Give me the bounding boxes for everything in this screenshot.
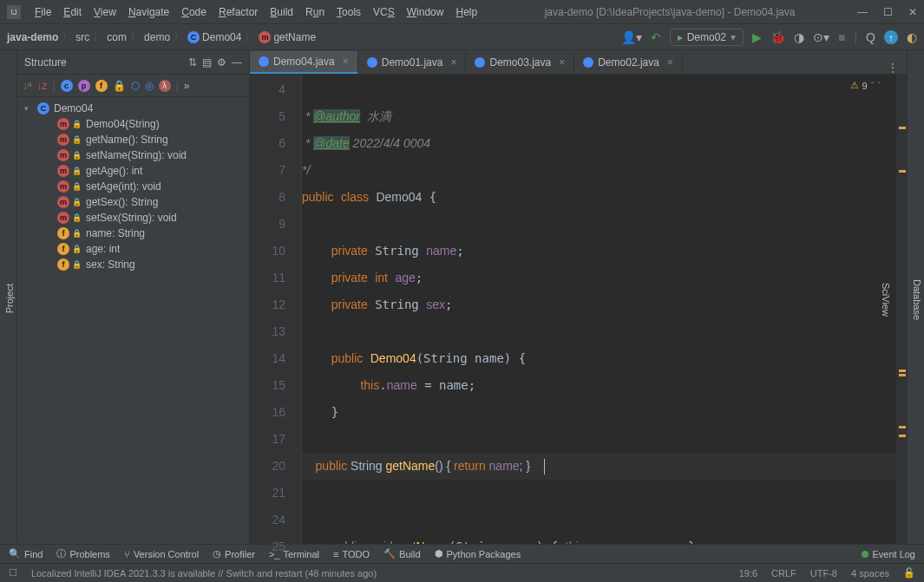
close-icon[interactable]: × [559,56,565,69]
bc-method[interactable]: mgetName [259,31,316,43]
bt-eventlog[interactable]: Event Log [862,549,915,559]
line-sep[interactable]: CRLF [771,568,796,579]
status-quick-icon[interactable]: ☐ [9,567,17,579]
search-button[interactable]: Q [866,30,875,44]
show-lambda-icon[interactable]: λ [159,80,171,92]
bc-com[interactable]: com [107,31,127,43]
tree-member-6[interactable]: m🔒setSex(String): void [17,210,249,226]
tree-member-4[interactable]: m🔒setAge(int): void [17,179,249,194]
menu-run[interactable]: Run [300,3,330,22]
bc-class[interactable]: CDemo04 [187,31,241,43]
run-button[interactable]: ▶ [752,30,762,44]
menu-refactor[interactable]: Refactor [213,3,263,22]
status-bar: ☐ Localized IntelliJ IDEA 2021.3.3 is av… [0,563,924,582]
user-icon[interactable]: 👤▾ [621,30,642,44]
tree-member-7[interactable]: f🔒name: String [17,226,249,241]
editor-tabs: Demo04.java× Demo01.java× Demo03.java× D… [250,50,907,75]
show-inherited-icon[interactable]: 🔒 [113,80,126,92]
inspection-widget[interactable]: ⚠ 9 ˆ ˇ [850,80,881,91]
notification-dot-icon [862,551,868,558]
caret-position[interactable]: 19:6 [739,568,757,579]
warning-icon: ⚠ [850,80,859,91]
maximize-button[interactable]: ☐ [883,6,893,18]
build-icon[interactable]: ↶ [651,30,661,44]
sort-vis-icon[interactable]: ↓z [36,80,47,92]
tab-demo02[interactable]: Demo02.java× [574,51,683,74]
show-anon-icon[interactable]: ⬡ [131,80,140,92]
bt-python[interactable]: ⬢Python Packages [435,548,521,559]
tree-member-3[interactable]: m🔒getAge(): int [17,163,249,179]
menu-navigate[interactable]: Navigate [123,3,174,22]
editor-body[interactable]: 456789101112131415161720212425 * @author… [250,75,907,544]
main-area: Project Structure Bookmarks Structure ⇅ … [0,50,924,544]
profile-button[interactable]: ⊙▾ [813,30,829,44]
bt-todo[interactable]: ≡TODO [333,549,370,559]
encoding[interactable]: UTF-8 [810,568,837,579]
search-icon: 🔍 [9,548,21,559]
menu-file[interactable]: File [29,3,56,22]
coverage-button[interactable]: ◑ [794,30,804,44]
menu-help[interactable]: Help [450,3,482,22]
close-icon[interactable]: × [343,56,349,68]
tree-member-2[interactable]: m🔒setName(String): void [17,147,249,163]
hide-icon[interactable]: — [232,56,242,69]
bc-src[interactable]: src [75,31,89,43]
settings-icon[interactable]: ⚙ [217,56,226,69]
readonly-icon[interactable]: 🔓 [903,567,915,579]
menu-tools[interactable]: Tools [331,3,366,22]
filter-icon[interactable]: ▤ [202,56,212,69]
show-field-icon[interactable]: f [95,80,108,92]
menu-window[interactable]: Window [402,3,449,22]
bc-demo[interactable]: demo [144,31,170,43]
bt-profiler[interactable]: ◷Profiler [213,548,255,559]
tree-member-8[interactable]: f🔒age: int [17,241,249,257]
bc-project[interactable]: java-demo [7,31,58,43]
marker-strip[interactable] [896,75,907,544]
chevron-up-icon[interactable]: ˆ [871,81,875,91]
tab-database[interactable]: Database [910,274,924,325]
tree-member-0[interactable]: m🔒Demo04(String) [17,116,249,132]
code-content[interactable]: * @author 水滴 * @date 2022/4/4 0004 */ pu… [302,75,896,544]
stop-button[interactable]: ■ [838,30,845,44]
tab-project[interactable]: Project [3,278,16,318]
bt-vcs[interactable]: ⑂Version Control [124,549,199,559]
minimize-button[interactable]: — [857,6,868,18]
show-target-icon[interactable]: ◎ [145,80,154,92]
tab-demo04[interactable]: Demo04.java× [250,51,358,74]
close-icon[interactable]: × [450,56,456,69]
menu-vcs[interactable]: VCS [368,3,400,22]
run-config-selector[interactable]: ▸Demo02▾ [670,29,744,46]
tree-root[interactable]: ▾CDemo04 [17,101,249,116]
tree-member-5[interactable]: m🔒getSex(): String [17,194,249,210]
more-icon[interactable]: » [184,80,190,92]
structure-panel: Structure ⇅ ▤ ⚙ — ↓ª ↓z | c p f 🔒 ⬡ ◎ λ … [17,50,250,544]
ide-scripting-button[interactable]: ◐ [907,30,917,44]
show-class-icon[interactable]: c [61,80,73,92]
debug-button[interactable]: 🐞 [770,30,785,44]
tree-member-9[interactable]: f🔒sex: String [17,257,249,272]
chevron-down-icon[interactable]: ˇ [877,81,881,91]
tab-demo03[interactable]: Demo03.java× [466,51,574,74]
tab-demo01[interactable]: Demo01.java× [358,51,467,74]
close-icon[interactable]: × [667,56,673,69]
indent[interactable]: 4 spaces [851,568,889,579]
menu-code[interactable]: Code [176,3,212,22]
bt-build[interactable]: 🔨Build [383,548,420,559]
menu-view[interactable]: View [88,3,121,22]
tree-member-1[interactable]: m🔒getName(): String [17,132,249,147]
tabs-menu[interactable]: ⋮ [879,62,907,74]
sort-alpha-icon[interactable]: ↓ª [23,80,31,92]
bt-problems[interactable]: ⓘProblems [56,547,109,560]
bt-find[interactable]: 🔍Find [9,548,43,559]
sort-icon[interactable]: ⇅ [188,56,197,69]
menu-edit[interactable]: Edit [58,3,87,22]
menubar: File Edit View Navigate Code Refactor Bu… [29,3,482,22]
status-message[interactable]: Localized IntelliJ IDEA 2021.3.3 is avai… [31,568,377,579]
bottom-toolbar: 🔍Find ⓘProblems ⑂Version Control ◷Profil… [0,544,924,563]
menu-build[interactable]: Build [265,3,298,22]
update-button[interactable]: ↑ [884,30,898,44]
show-prop-icon[interactable]: p [78,80,90,92]
sep2: | [176,80,179,92]
close-button[interactable]: ✕ [908,6,917,18]
divider: | [854,30,857,44]
